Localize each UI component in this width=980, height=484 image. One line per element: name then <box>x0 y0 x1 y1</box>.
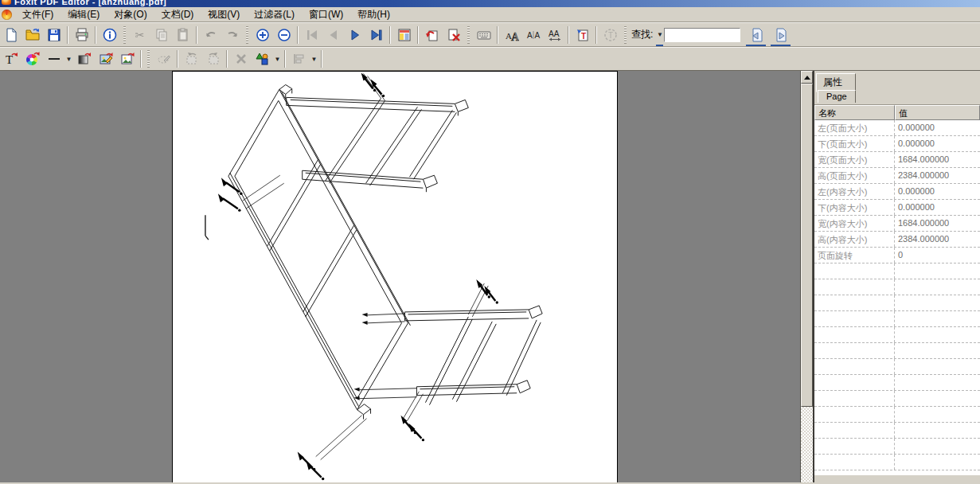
menu-document[interactable]: 文档(D) <box>154 6 201 23</box>
property-row: 页面旋转0 <box>814 248 980 263</box>
last-page-button[interactable] <box>365 25 387 45</box>
property-value[interactable]: 1684.000000 <box>895 152 980 167</box>
save-button[interactable] <box>43 25 64 45</box>
property-value[interactable] <box>895 327 980 342</box>
zoom-in-button[interactable] <box>252 25 273 45</box>
align-caret[interactable]: ▼ <box>310 49 318 69</box>
property-value[interactable] <box>895 359 980 374</box>
open-button[interactable] <box>21 25 43 45</box>
toolbar-gripper[interactable] <box>624 26 627 44</box>
copy-button[interactable] <box>150 25 172 45</box>
select-object-button[interactable] <box>153 49 174 69</box>
property-value[interactable] <box>895 391 980 406</box>
property-value[interactable]: 1684.000000 <box>895 216 980 231</box>
menu-object[interactable]: 对象(O) <box>107 6 154 23</box>
zoom-out-button[interactable] <box>273 25 295 45</box>
edit-image-icon <box>99 52 113 66</box>
property-value[interactable] <box>895 311 980 326</box>
rotate-object-left-button[interactable] <box>181 49 202 69</box>
circled-text-button[interactable]: T <box>599 25 621 45</box>
gradient-tool-button[interactable] <box>73 49 95 69</box>
toolbar-separator <box>67 26 68 44</box>
rotate-object-right-button[interactable] <box>202 49 224 69</box>
text-tool-button[interactable]: T <box>0 49 21 69</box>
print-icon <box>75 28 89 42</box>
line-style-button[interactable] <box>43 49 64 69</box>
property-value[interactable] <box>895 375 980 390</box>
add-text-button[interactable]: T <box>572 25 593 45</box>
line-style-caret[interactable]: ▼ <box>64 49 73 69</box>
undo-button[interactable] <box>200 25 221 45</box>
first-page-button[interactable] <box>301 25 322 45</box>
add-image-button[interactable] <box>116 49 138 69</box>
prev-page-button[interactable] <box>322 25 344 45</box>
scrollbar-thumb[interactable] <box>801 84 813 407</box>
find-input[interactable] <box>664 28 740 42</box>
gradient-icon <box>77 52 92 66</box>
document-canvas[interactable] <box>0 71 800 482</box>
menu-window[interactable]: 窗口(W) <box>302 6 350 23</box>
align-button[interactable] <box>288 49 310 69</box>
find-dropdown-caret[interactable]: ▼ <box>655 25 664 45</box>
property-value[interactable] <box>895 439 980 454</box>
property-value[interactable] <box>895 263 980 279</box>
menu-filter[interactable]: 过滤器(L) <box>247 6 302 23</box>
document-window-icon[interactable] <box>2 10 12 20</box>
rotate-left-icon <box>185 52 199 66</box>
font-button[interactable]: AA <box>501 25 522 45</box>
menu-file[interactable]: 文件(F) <box>15 6 61 23</box>
find-back-button[interactable] <box>745 25 767 45</box>
shapes-caret[interactable]: ▼ <box>273 49 282 69</box>
char-spacing-button[interactable]: AA <box>522 25 544 45</box>
vertical-scrollbar[interactable] <box>800 71 813 482</box>
delete-object-button[interactable] <box>230 49 252 69</box>
property-value[interactable]: 0.000000 <box>895 120 980 135</box>
toolbar-gripper[interactable] <box>467 26 470 44</box>
next-page-button[interactable] <box>344 25 365 45</box>
menu-edit[interactable]: 编辑(E) <box>61 6 107 23</box>
find-forward-button[interactable] <box>770 25 791 45</box>
new-document-button[interactable] <box>0 25 21 45</box>
svg-text:AA: AA <box>549 29 560 38</box>
color-tool-button[interactable] <box>21 49 43 69</box>
redo-button[interactable] <box>221 25 243 45</box>
shapes-button[interactable] <box>252 49 273 69</box>
svg-text:A: A <box>527 31 533 40</box>
rotate-page-button[interactable] <box>421 25 443 45</box>
property-value[interactable]: 2384.000000 <box>895 168 980 183</box>
property-value[interactable] <box>895 407 980 422</box>
property-value[interactable]: 0 <box>895 248 980 263</box>
select-object-icon <box>157 52 171 66</box>
keyboard-button[interactable] <box>473 25 494 45</box>
cut-button[interactable]: ✂ <box>129 25 150 45</box>
property-value[interactable] <box>895 343 980 358</box>
menu-view[interactable]: 视图(V) <box>201 6 247 23</box>
menu-bar: 文件(F)编辑(E)对象(O)文档(D)视图(V)过滤器(L)窗口(W)帮助(H… <box>0 7 980 22</box>
property-value[interactable] <box>895 279 980 295</box>
property-row <box>814 423 980 439</box>
property-value[interactable] <box>895 423 980 438</box>
property-value[interactable] <box>895 455 980 470</box>
info-button[interactable] <box>99 25 120 45</box>
toolbar-gripper[interactable] <box>246 26 248 44</box>
toolbar-gripper[interactable] <box>147 50 150 68</box>
paste-button[interactable] <box>172 25 193 45</box>
column-header-value[interactable]: 值 <box>895 105 980 120</box>
property-value[interactable]: 0.000000 <box>895 200 980 215</box>
scroll-up-button[interactable] <box>801 71 813 84</box>
pdf-page[interactable] <box>172 71 618 482</box>
toolbar-gripper[interactable] <box>123 26 126 44</box>
delete-page-button[interactable] <box>443 25 464 45</box>
char-scale-button[interactable]: AA <box>544 25 565 45</box>
edit-image-button[interactable] <box>95 49 116 69</box>
menu-help[interactable]: 帮助(H) <box>350 6 397 23</box>
property-value[interactable]: 0.000000 <box>895 136 980 151</box>
print-button[interactable] <box>71 25 92 45</box>
property-value[interactable]: 2384.000000 <box>895 232 980 247</box>
property-value[interactable]: 0.000000 <box>895 184 980 199</box>
property-value[interactable] <box>895 295 980 310</box>
column-header-name[interactable]: 名称 <box>814 105 895 120</box>
cut-icon: ✂ <box>135 29 145 41</box>
page-tab[interactable]: Page <box>818 90 856 103</box>
page-setup-button[interactable] <box>393 25 415 45</box>
